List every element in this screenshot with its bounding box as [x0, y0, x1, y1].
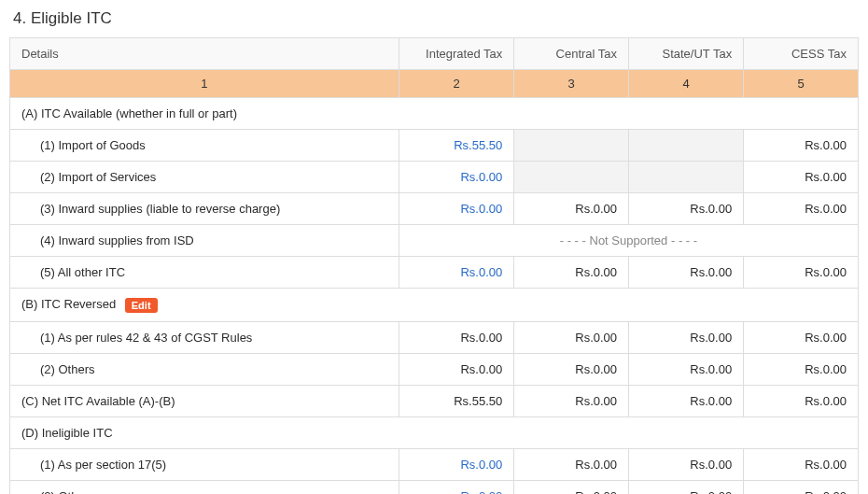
cell-cess: Rs.0.00: [744, 448, 859, 480]
value-link[interactable]: Rs.0.00: [460, 458, 502, 472]
row-label: (3) Inward supplies (liable to reverse c…: [10, 193, 399, 225]
cell-cess: Rs.0.00: [744, 353, 859, 385]
cell-central: Rs.0.00: [514, 353, 629, 385]
group-b-cell: (B) ITC Reversed Edit: [10, 289, 859, 322]
cell-cess: Rs.0.00: [744, 193, 859, 225]
cell-central: Rs.0.00: [514, 193, 629, 225]
table-row: (3) Inward supplies (liable to reverse c…: [10, 193, 859, 225]
cell-integrated: Rs.0.00: [399, 480, 513, 494]
header-details: Details: [10, 38, 399, 70]
cell-cess: Rs.0.00: [744, 257, 859, 289]
header-central-tax: Central Tax: [514, 38, 629, 70]
value-link[interactable]: Rs.0.00: [460, 202, 502, 216]
group-b-header: (B) ITC Reversed Edit: [10, 289, 859, 322]
cell-cess: Rs.0.00: [744, 162, 859, 193]
cell-integrated: Rs.55.50: [399, 130, 513, 162]
cell-central: Rs.0.00: [514, 257, 629, 289]
header-row: Details Integrated Tax Central Tax State…: [10, 38, 859, 70]
cell-central-disabled: [514, 130, 629, 162]
row-label: (4) Inward supplies from ISD: [10, 225, 399, 257]
not-supported-label: - - - - Not Supported - - - -: [399, 225, 858, 257]
group-a-label: (A) ITC Available (whether in full or pa…: [10, 98, 859, 130]
row-label: (2) Import of Services: [10, 162, 399, 193]
cell-integrated: Rs.0.00: [399, 162, 513, 193]
value-link[interactable]: Rs.0.00: [460, 170, 502, 184]
column-number-row: 1 2 3 4 5: [10, 70, 859, 98]
header-cess-tax: CESS Tax: [744, 38, 859, 70]
row-label: (5) All other ITC: [10, 257, 399, 289]
row-label: (2) Others: [10, 353, 399, 385]
group-c-label: (C) Net ITC Available (A)-(B): [10, 385, 399, 416]
cell-integrated: Rs.0.00: [399, 257, 513, 289]
cell-integrated: Rs.0.00: [399, 353, 513, 385]
colnum-4: 4: [629, 70, 744, 98]
cell-cess: Rs.0.00: [744, 385, 859, 416]
cell-state: Rs.0.00: [629, 257, 744, 289]
cell-integrated: Rs.0.00: [399, 193, 513, 225]
table-row: (1) Import of Goods Rs.55.50 Rs.0.00: [10, 130, 859, 162]
row-label: (2) Others: [10, 480, 399, 494]
cell-cess: Rs.0.00: [744, 480, 859, 494]
colnum-2: 2: [399, 70, 513, 98]
table-row: (1) As per rules 42 & 43 of CGST Rules R…: [10, 321, 859, 353]
cell-state: Rs.0.00: [629, 385, 744, 416]
group-a-header: (A) ITC Available (whether in full or pa…: [10, 98, 859, 130]
cell-central: Rs.0.00: [514, 321, 629, 353]
value-link[interactable]: Rs.0.00: [460, 265, 502, 279]
table-row: (4) Inward supplies from ISD - - - - Not…: [10, 225, 859, 257]
cell-state-disabled: [629, 130, 744, 162]
cell-central: Rs.0.00: [514, 448, 629, 480]
eligible-itc-table: Details Integrated Tax Central Tax State…: [9, 37, 859, 494]
header-state-tax: State/UT Tax: [629, 38, 744, 70]
cell-central: Rs.0.00: [514, 385, 629, 416]
value-link[interactable]: Rs.55.50: [454, 138, 502, 152]
cell-state: Rs.0.00: [629, 193, 744, 225]
cell-state-disabled: [629, 162, 744, 193]
cell-cess: Rs.0.00: [744, 321, 859, 353]
colnum-1: 1: [10, 70, 399, 98]
cell-central-disabled: [514, 162, 629, 193]
cell-integrated: Rs.0.00: [399, 448, 513, 480]
colnum-5: 5: [744, 70, 859, 98]
cell-state: Rs.0.00: [629, 448, 744, 480]
section-title: 4. Eligible ITC: [13, 9, 859, 28]
cell-state: Rs.0.00: [629, 480, 744, 494]
group-c-row: (C) Net ITC Available (A)-(B) Rs.55.50 R…: [10, 385, 859, 416]
table-row: (1) As per section 17(5) Rs.0.00 Rs.0.00…: [10, 448, 859, 480]
row-label: (1) As per section 17(5): [10, 448, 399, 480]
cell-state: Rs.0.00: [629, 353, 744, 385]
cell-central: Rs.0.00: [514, 480, 629, 494]
group-d-label: (D) Ineligible ITC: [10, 416, 859, 448]
group-d-header: (D) Ineligible ITC: [10, 416, 859, 448]
row-label: (1) As per rules 42 & 43 of CGST Rules: [10, 321, 399, 353]
table-row: (2) Others Rs.0.00 Rs.0.00 Rs.0.00 Rs.0.…: [10, 480, 859, 494]
row-label: (1) Import of Goods: [10, 130, 399, 162]
table-row: (2) Import of Services Rs.0.00 Rs.0.00: [10, 162, 859, 193]
table-row: (5) All other ITC Rs.0.00 Rs.0.00 Rs.0.0…: [10, 257, 859, 289]
cell-cess: Rs.0.00: [744, 130, 859, 162]
table-row: (2) Others Rs.0.00 Rs.0.00 Rs.0.00 Rs.0.…: [10, 353, 859, 385]
cell-integrated: Rs.55.50: [399, 385, 513, 416]
value-link[interactable]: Rs.0.00: [460, 489, 502, 494]
header-integrated-tax: Integrated Tax: [399, 38, 513, 70]
cell-state: Rs.0.00: [629, 321, 744, 353]
group-b-label: (B) ITC Reversed: [21, 297, 116, 311]
colnum-3: 3: [514, 70, 629, 98]
edit-button[interactable]: Edit: [125, 298, 158, 313]
cell-integrated: Rs.0.00: [399, 321, 513, 353]
